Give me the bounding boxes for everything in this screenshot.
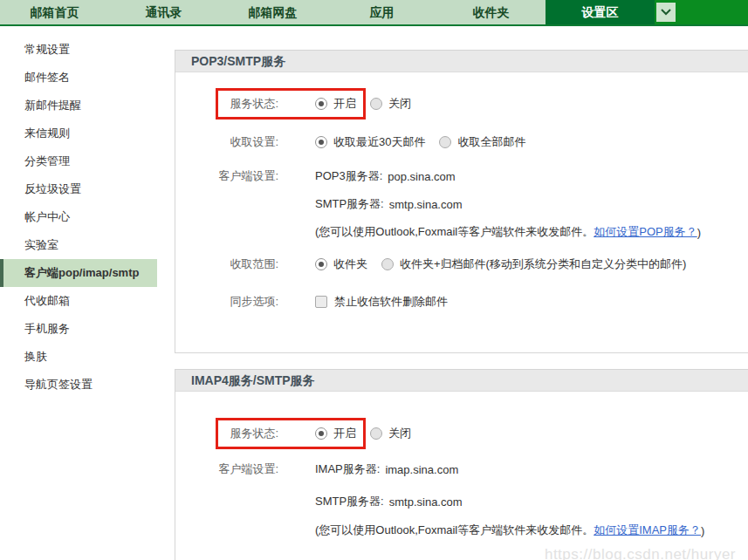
pop-client-note: (您可以使用Outlook,Foxmail等客户端软件来收发邮件。 bbox=[315, 224, 594, 240]
imap4-panel-title: IMAP4服务/SMTP服务 bbox=[175, 370, 748, 392]
range-inbox-radio[interactable] bbox=[315, 258, 327, 270]
pop3-server-value: pop.sina.com bbox=[388, 170, 455, 183]
settings-dropdown-button[interactable] bbox=[656, 3, 676, 22]
sidebar-item-category-management[interactable]: 分类管理 bbox=[0, 147, 175, 175]
smtp-server-value: smtp.sina.com bbox=[389, 198, 463, 211]
tab-mail-home[interactable]: 邮箱首页 bbox=[0, 0, 109, 24]
sidebar-item-account-center[interactable]: 帐户中心 bbox=[0, 203, 175, 231]
pop-service-status-label: 服务状态: bbox=[175, 96, 278, 112]
pop-service-status-row: 服务状态: 开启 关闭 bbox=[175, 88, 748, 120]
pop3-smtp-panel: POP3/SMTP服务 服务状态: 开启 关闭 收取设置: 收取最近30天邮件 … bbox=[175, 50, 748, 353]
imap-service-status-row: 服务状态: 开启 关闭 bbox=[175, 418, 748, 449]
imap-client-note: (您可以使用Outlook,Foxmail等客户端软件来收发邮件。 bbox=[315, 522, 594, 538]
tab-apps[interactable]: 应用 bbox=[327, 0, 436, 24]
imap-server-name: IMAP服务器: bbox=[315, 461, 380, 477]
chevron-down-icon bbox=[661, 9, 671, 16]
pop-sync-option-row: 同步选项: 禁止收信软件删除邮件 bbox=[175, 286, 748, 318]
imap-server-value: imap.sina.com bbox=[385, 463, 458, 476]
imap-smtp-server-value: smtp.sina.com bbox=[389, 495, 463, 509]
pop-status-off-radio[interactable] bbox=[370, 98, 382, 110]
smtp-server-name: SMTP服务器: bbox=[315, 196, 384, 212]
fetch-last-30-days-radio[interactable] bbox=[315, 136, 327, 148]
pop3-panel-title: POP3/SMTP服务 bbox=[175, 51, 748, 72]
imap-smtp-server-row: SMTP服务器: smtp.sina.com bbox=[175, 489, 748, 514]
imap-status-on-radio[interactable] bbox=[315, 427, 327, 440]
imap4-smtp-panel: IMAP4服务/SMTP服务 服务状态: 开启 关闭 客户端设置: IMAP服务… bbox=[175, 369, 748, 560]
pop-note-close: ) bbox=[697, 226, 701, 239]
forbid-delete-label[interactable]: 禁止收信软件删除邮件 bbox=[334, 294, 448, 310]
fetch-all-mail-radio[interactable] bbox=[439, 136, 451, 148]
range-inbox-archive-radio[interactable] bbox=[381, 258, 394, 270]
range-inbox-label[interactable]: 收件夹 bbox=[333, 256, 367, 272]
pop-fetch-range-row: 收取范围: 收件夹 收件夹+归档邮件(移动到系统分类和自定义分类中的邮件) bbox=[175, 249, 748, 280]
sidebar-item-general[interactable]: 常规设置 bbox=[0, 36, 175, 64]
pop-client-setting-label: 客户端设置: bbox=[175, 168, 278, 184]
imap-help-link[interactable]: 如何设置IMAP服务？ bbox=[594, 522, 701, 538]
imap-client-note-row: (您可以使用Outlook,Foxmail等客户端软件来收发邮件。 如何设置IM… bbox=[175, 518, 748, 543]
imap-client-setting-label: 客户端设置: bbox=[175, 461, 278, 477]
pop-sync-option-label: 同步选项: bbox=[175, 294, 278, 310]
top-navigation: 邮箱首页 通讯录 邮箱网盘 应用 收件夹 设置区 bbox=[0, 0, 748, 26]
pop-help-link[interactable]: 如何设置POP服务？ bbox=[594, 224, 697, 240]
sidebar-item-skin[interactable]: 换肤 bbox=[0, 343, 175, 371]
pop-client-note-row: (您可以使用Outlook,Foxmail等客户端软件来收发邮件。 如何设置PO… bbox=[175, 220, 748, 244]
imap-status-off-radio[interactable] bbox=[370, 427, 382, 440]
sidebar-item-fetch-other-mailbox[interactable]: 代收邮箱 bbox=[0, 287, 175, 315]
sidebar-item-client-pop-imap-smtp[interactable]: 客户端pop/imap/smtp bbox=[0, 259, 157, 287]
pop-client-setting-row: 客户端设置: POP3服务器: pop.sina.com bbox=[175, 160, 748, 192]
tab-netdisk[interactable]: 邮箱网盘 bbox=[218, 0, 327, 24]
pop-fetch-setting-label: 收取设置: bbox=[175, 134, 278, 150]
pop-status-on-label[interactable]: 开启 bbox=[333, 96, 356, 112]
forbid-delete-checkbox[interactable] bbox=[315, 296, 327, 308]
imap-note-close: ) bbox=[701, 524, 704, 537]
nav-right-fill bbox=[655, 0, 748, 24]
pop-fetch-setting-row: 收取设置: 收取最近30天邮件 收取全部邮件 bbox=[175, 126, 748, 158]
tab-inbox[interactable]: 收件夹 bbox=[436, 0, 546, 24]
sidebar-item-nav-tab-settings[interactable]: 导航页签设置 bbox=[0, 371, 175, 399]
pop-fetch-range-label: 收取范围: bbox=[175, 256, 278, 272]
pop-status-off-label[interactable]: 关闭 bbox=[388, 96, 411, 112]
sidebar-item-incoming-rules[interactable]: 来信规则 bbox=[0, 120, 175, 147]
pop-status-on-radio[interactable] bbox=[315, 98, 327, 110]
imap-status-on-label[interactable]: 开启 bbox=[333, 426, 356, 441]
tab-contacts[interactable]: 通讯录 bbox=[109, 0, 218, 24]
sidebar-item-new-mail-alert[interactable]: 新邮件提醒 bbox=[0, 92, 175, 120]
pop3-server-name: POP3服务器: bbox=[315, 168, 382, 184]
range-inbox-archive-label[interactable]: 收件夹+归档邮件(移动到系统分类和自定义分类中的邮件) bbox=[400, 256, 686, 272]
imap-service-status-label: 服务状态: bbox=[175, 426, 278, 441]
sidebar-item-antispam[interactable]: 反垃圾设置 bbox=[0, 175, 175, 203]
fetch-last-30-days-label[interactable]: 收取最近30天邮件 bbox=[333, 134, 425, 150]
fetch-all-mail-label[interactable]: 收取全部邮件 bbox=[457, 134, 525, 150]
main-content: POP3/SMTP服务 服务状态: 开启 关闭 收取设置: 收取最近30天邮件 … bbox=[175, 26, 748, 560]
imap-smtp-server-name: SMTP服务器: bbox=[315, 494, 384, 509]
csdn-watermark: https://blog.csdn.net/huryer bbox=[175, 546, 748, 560]
settings-sidebar: 常规设置 邮件签名 新邮件提醒 来信规则 分类管理 反垃圾设置 帐户中心 实验室… bbox=[0, 26, 175, 399]
pop-smtp-server-row: SMTP服务器: smtp.sina.com bbox=[175, 192, 748, 216]
imap-status-off-label[interactable]: 关闭 bbox=[388, 426, 411, 441]
sidebar-item-mobile-service[interactable]: 手机服务 bbox=[0, 315, 175, 343]
tab-settings[interactable]: 设置区 bbox=[546, 0, 655, 24]
sidebar-item-lab[interactable]: 实验室 bbox=[0, 231, 175, 259]
sidebar-item-signature[interactable]: 邮件签名 bbox=[0, 64, 175, 92]
imap-client-setting-row: 客户端设置: IMAP服务器: imap.sina.com bbox=[175, 454, 748, 485]
